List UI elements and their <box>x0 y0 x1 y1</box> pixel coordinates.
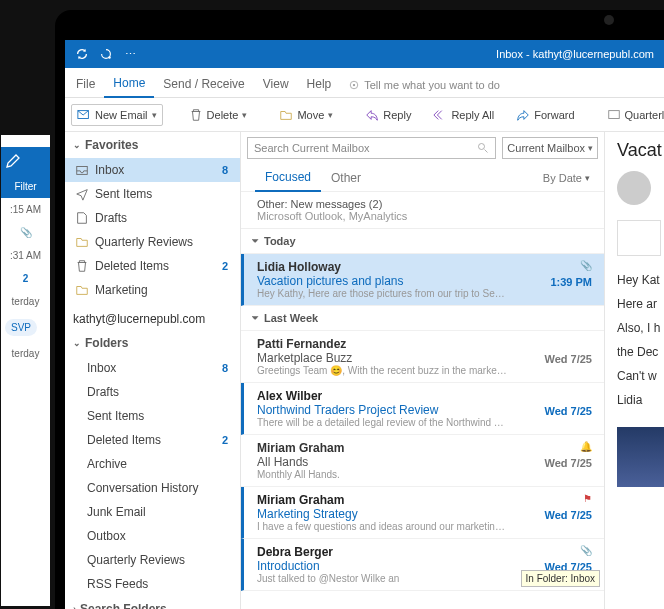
folder-sent-items[interactable]: Sent Items <box>65 182 240 206</box>
attachment-thumb[interactable] <box>617 220 661 256</box>
folder-marketing[interactable]: Marketing <box>65 278 240 302</box>
svg-point-7 <box>479 144 485 150</box>
main-area: ⌄Favorites Inbox8Sent ItemsDraftsQuarter… <box>65 132 664 609</box>
folder-drafts[interactable]: Drafts <box>65 206 240 230</box>
message-item[interactable]: Alex WilberNorthwind Traders Project Rev… <box>241 383 604 435</box>
folder-junk-email[interactable]: Junk Email <box>65 500 240 524</box>
phone-time-1: :15 AM <box>1 198 50 221</box>
tab-file[interactable]: File <box>67 71 104 97</box>
phone-day-2: terday <box>1 342 50 365</box>
quickbar-overflow-icon[interactable]: ⋯ <box>123 47 137 61</box>
attachment-icon: 📎 <box>580 545 592 556</box>
reading-line: Also, I h <box>617 321 664 335</box>
phone-filter[interactable]: Filter <box>1 175 50 198</box>
delete-button[interactable]: Delete▾ <box>183 104 254 126</box>
folder-inbox[interactable]: Inbox8 <box>65 356 240 380</box>
other-summary[interactable]: Other: New messages (2) Microsoft Outloo… <box>241 192 604 229</box>
tablet-frame: ⋯ Inbox - kathyt@lucernepubl.com File Ho… <box>55 10 664 609</box>
search-scope-dropdown[interactable]: Current Mailbox▾ <box>502 137 598 159</box>
sender-avatar[interactable] <box>617 171 651 205</box>
tab-home[interactable]: Home <box>104 70 154 98</box>
reminder-icon: 🔔 <box>580 441 592 452</box>
folder-deleted-items[interactable]: Deleted Items2 <box>65 428 240 452</box>
phone-day-1: terday <box>1 290 50 313</box>
folder-outbox[interactable]: Outbox <box>65 524 240 548</box>
folder-quarterly-reviews[interactable]: Quarterly Reviews <box>65 548 240 572</box>
ribbon: New Email ▾ Delete▾ Move▾ Reply Reply Al… <box>65 98 664 132</box>
phone-time-2: :31 AM <box>1 244 50 267</box>
folder-tooltip: In Folder: Inbox <box>521 570 600 587</box>
folder-pane: ⌄Favorites Inbox8Sent ItemsDraftsQuarter… <box>65 132 241 609</box>
title-bar: ⋯ Inbox - kathyt@lucernepubl.com <box>65 40 664 68</box>
message-item[interactable]: 📎Lidia HollowayVacation pictures and pla… <box>241 254 604 306</box>
phone-mock: Filter :15 AM 📎 :31 AM 2 terday SVP terd… <box>0 132 50 609</box>
message-item[interactable]: Patti FernandezMarketplace BuzzGreetings… <box>241 331 604 383</box>
folder-inbox[interactable]: Inbox8 <box>65 158 240 182</box>
folder-archive[interactable]: Archive <box>65 452 240 476</box>
tab-help[interactable]: Help <box>298 71 341 97</box>
folder-drafts[interactable]: Drafts <box>65 380 240 404</box>
tab-view[interactable]: View <box>254 71 298 97</box>
folder-rss-feeds[interactable]: RSS Feeds <box>65 572 240 596</box>
camera-dot <box>604 15 614 25</box>
reading-line: Hey Kat <box>617 273 664 287</box>
search-icon[interactable] <box>477 142 489 154</box>
folders-header[interactable]: ⌄Folders <box>65 330 240 356</box>
account-header[interactable]: kathyt@lucernepubl.com <box>65 302 240 330</box>
attachment-icon: 📎 <box>580 260 592 271</box>
reading-line: Lidia <box>617 393 664 407</box>
sort-dropdown[interactable]: By Date▾ <box>543 172 590 184</box>
favorites-header[interactable]: ⌄Favorites <box>65 132 240 158</box>
ribbon-tabs: File Home Send / Receive View Help Tell … <box>65 68 664 98</box>
reading-line: the Dec <box>617 345 664 359</box>
phone-attach-icon: 📎 <box>1 221 50 244</box>
message-item[interactable]: ⚑Miriam GrahamMarketing StrategyI have a… <box>241 487 604 539</box>
svg-rect-4 <box>608 110 619 118</box>
tell-me-search[interactable]: Tell me what you want to do <box>348 79 500 97</box>
folder-conversation-history[interactable]: Conversation History <box>65 476 240 500</box>
group-header[interactable]: ⏷ Today <box>241 229 604 254</box>
inline-image <box>617 427 664 487</box>
reading-pane: Vacat Hey KatHere arAlso, I hthe DecCan'… <box>605 132 664 609</box>
undo-dropdown-icon[interactable] <box>99 47 113 61</box>
sync-icon[interactable] <box>75 47 89 61</box>
phone-rsvp-button[interactable]: SVP <box>5 319 37 336</box>
quickstep-quarterly[interactable]: Quarterly Re… <box>601 104 664 126</box>
phone-badge: 2 <box>1 267 50 290</box>
move-button[interactable]: Move▾ <box>273 104 339 126</box>
outlook-window: ⋯ Inbox - kathyt@lucernepubl.com File Ho… <box>65 40 664 609</box>
folder-deleted-items[interactable]: Deleted Items2 <box>65 254 240 278</box>
message-list-pane: Search Current Mailbox Current Mailbox▾ … <box>241 132 605 609</box>
flag-icon: ⚑ <box>583 493 592 504</box>
message-item[interactable]: 🔔Miriam GrahamAll HandsMonthly All Hands… <box>241 435 604 487</box>
focused-tab[interactable]: Focused <box>255 164 321 192</box>
group-header[interactable]: ⏷ Last Week <box>241 306 604 331</box>
reading-line: Can't w <box>617 369 664 383</box>
folder-sent-items[interactable]: Sent Items <box>65 404 240 428</box>
folder-quarterly-reviews[interactable]: Quarterly Reviews <box>65 230 240 254</box>
phone-compose-icon[interactable] <box>1 147 50 175</box>
tab-send-receive[interactable]: Send / Receive <box>154 71 253 97</box>
reading-subject: Vacat <box>617 140 664 161</box>
reply-all-button[interactable]: Reply All <box>427 104 500 126</box>
svg-point-0 <box>108 56 110 58</box>
window-title: Inbox - kathyt@lucernepubl.com <box>496 48 654 60</box>
reply-button[interactable]: Reply <box>359 104 417 126</box>
reading-line: Here ar <box>617 297 664 311</box>
svg-point-2 <box>353 84 355 86</box>
search-input[interactable]: Search Current Mailbox <box>247 137 496 159</box>
forward-button[interactable]: Forward <box>510 104 580 126</box>
other-tab[interactable]: Other <box>321 165 371 191</box>
search-folders-header[interactable]: ›Search Folders <box>65 596 240 609</box>
new-email-button[interactable]: New Email ▾ <box>71 104 163 126</box>
